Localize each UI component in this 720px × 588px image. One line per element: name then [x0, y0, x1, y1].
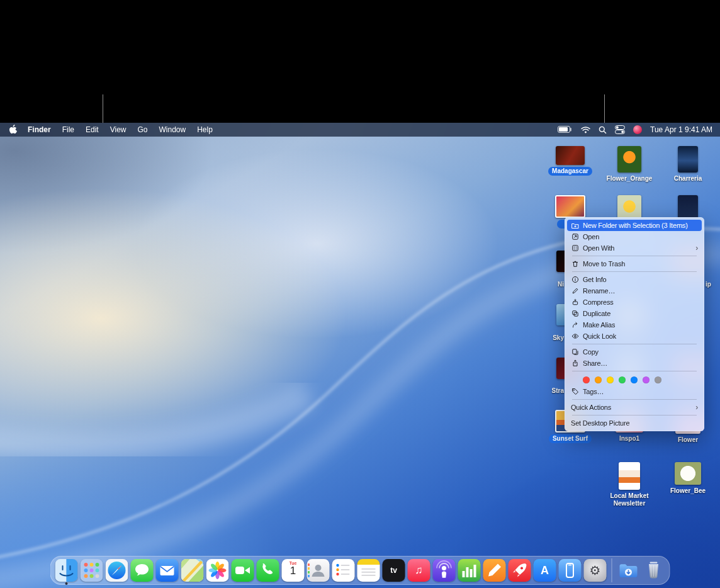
copy-icon — [571, 348, 579, 356]
red-rocket-app-icon[interactable] — [509, 559, 531, 582]
alias-icon — [571, 321, 579, 329]
dock-divider — [612, 558, 612, 582]
file-thumbnail — [617, 195, 641, 220]
menu-item-get-info[interactable]: Get Info — [567, 274, 702, 285]
menu-item-set-desktop-picture[interactable]: Set Desktop Picture — [567, 417, 702, 429]
menu-go[interactable]: Go — [132, 123, 154, 137]
dock: Tue 1 tv ♫ — [50, 556, 670, 585]
tag-icon — [571, 388, 579, 395]
file-label: Charreria — [670, 174, 706, 183]
menu-view[interactable]: View — [104, 123, 132, 137]
menu-separator — [572, 256, 697, 256]
menu-edit[interactable]: Edit — [80, 123, 104, 137]
menu-item-quick-actions[interactable]: Quick Actions — [567, 402, 702, 413]
file-thumbnail — [617, 146, 641, 172]
tag-red[interactable] — [583, 376, 590, 383]
mail-app-icon[interactable] — [156, 559, 179, 582]
tag-purple[interactable] — [643, 376, 650, 383]
menu-item-open[interactable]: Open — [567, 231, 702, 242]
podcasts-app-icon[interactable] — [433, 559, 456, 582]
tag-orange[interactable] — [595, 376, 602, 383]
control-center-icon[interactable] — [615, 125, 625, 134]
apple-icon — [9, 125, 17, 135]
phone-app-icon[interactable] — [257, 559, 279, 582]
maps-app-icon[interactable] — [181, 559, 204, 582]
menu-item-quick-look[interactable]: Quick Look — [567, 331, 702, 342]
desktop-icon-local-market-newsletter[interactable]: Local Market Newsletter — [604, 462, 655, 508]
menu-file[interactable]: File — [57, 123, 80, 137]
calendar-app-icon[interactable]: Tue 1 — [282, 559, 305, 582]
desktop-icon-charreria[interactable]: Charreria — [663, 146, 713, 183]
messages-app-icon[interactable] — [131, 559, 154, 582]
desktop-icon-madagascar[interactable]: Madagascar — [545, 146, 595, 176]
file-label: Flower_Orange — [603, 174, 656, 183]
battery-icon[interactable] — [558, 126, 573, 133]
contacts-app-icon[interactable] — [307, 559, 330, 582]
safari-app-icon[interactable] — [106, 559, 128, 582]
desktop-icon-flower-orange[interactable]: Flower_Orange — [604, 146, 655, 183]
music-note-glyph: ♫ — [415, 564, 423, 577]
menu-bar-clock[interactable]: Tue Apr 1 9:41 AM — [650, 125, 712, 134]
file-thumbnail — [678, 146, 698, 172]
menu-help[interactable]: Help — [191, 123, 218, 137]
tag-blue[interactable] — [631, 376, 638, 383]
finder-app-icon[interactable] — [55, 559, 78, 582]
apple-tv-app-icon[interactable]: tv — [383, 559, 405, 582]
file-thumbnail — [556, 146, 585, 165]
launchpad-app-icon[interactable] — [81, 559, 103, 582]
calendar-day: 1 — [282, 565, 305, 577]
gear-icon: ⚙ — [590, 563, 601, 578]
pages-app-icon[interactable] — [483, 559, 506, 582]
iphone-mirroring-app-icon[interactable] — [559, 559, 582, 582]
share-icon — [571, 359, 579, 367]
file-thumbnail — [555, 195, 585, 218]
menu-item-move-to-trash[interactable]: Move to Trash — [567, 258, 702, 269]
facetime-app-icon[interactable] — [232, 559, 254, 582]
file-thumbnail — [675, 462, 701, 485]
system-settings-app-icon[interactable]: ⚙ — [584, 559, 607, 582]
menu-item-open-with[interactable]: Open With — [567, 242, 702, 254]
tag-gray[interactable] — [655, 376, 661, 383]
numbers-app-icon[interactable] — [458, 559, 481, 582]
photos-app-icon[interactable] — [206, 559, 229, 582]
file-label: Madagascar — [548, 167, 592, 176]
menu-item-make-alias[interactable]: Make Alias — [567, 319, 702, 331]
menu-bar: Finder File Edit View Go Window Help — [0, 123, 720, 137]
info-icon — [571, 276, 579, 283]
notes-app-icon[interactable] — [357, 559, 380, 582]
menu-window[interactable]: Window — [154, 123, 192, 137]
reminders-app-icon[interactable] — [332, 559, 355, 582]
menu-item-new-folder-with-selection[interactable]: New Folder with Selection (3 Items) — [567, 220, 702, 231]
menu-item-compress[interactable]: Compress — [567, 297, 702, 308]
menu-item-tags[interactable]: Tags… — [567, 386, 702, 397]
desktop-icon-flower-bee[interactable]: Flower_Bee — [663, 462, 713, 495]
app-store-app-icon[interactable]: A — [534, 559, 556, 582]
open-with-icon — [571, 244, 579, 252]
chevron-right-icon — [695, 404, 698, 411]
siri-icon[interactable] — [633, 125, 642, 134]
menu-item-share[interactable]: Share… — [567, 358, 702, 369]
trash-icon[interactable] — [643, 559, 665, 582]
downloads-folder-icon[interactable] — [617, 559, 640, 582]
chevron-right-icon — [695, 244, 698, 252]
callout-line-right — [604, 94, 605, 123]
file-label: Local Market Newsletter — [604, 492, 655, 508]
wifi-icon[interactable] — [581, 126, 590, 133]
menu-item-duplicate[interactable]: Duplicate — [567, 308, 702, 319]
occluded-label-ni: Ni — [548, 281, 564, 288]
context-menu: New Folder with Selection (3 Items) Open… — [565, 217, 704, 431]
menu-finder[interactable]: Finder — [22, 123, 57, 137]
new-folder-icon — [571, 222, 579, 229]
apple-menu[interactable] — [8, 125, 22, 135]
tag-yellow[interactable] — [607, 376, 614, 383]
search-icon[interactable] — [599, 126, 607, 134]
music-app-icon[interactable]: ♫ — [408, 559, 430, 582]
tag-color-row — [567, 373, 702, 386]
rename-pencil-icon — [571, 287, 579, 295]
compress-icon — [571, 298, 579, 306]
tag-green[interactable] — [619, 376, 626, 383]
file-thumbnail — [619, 462, 640, 490]
menu-item-copy[interactable]: Copy — [567, 346, 702, 358]
app-store-glyph: A — [541, 564, 549, 577]
menu-item-rename[interactable]: Rename… — [567, 285, 702, 297]
